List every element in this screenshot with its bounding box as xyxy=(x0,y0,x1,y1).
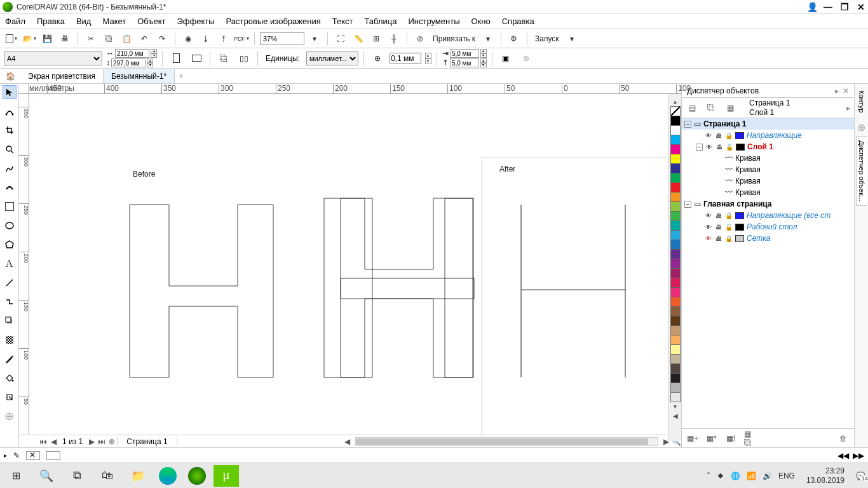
color-swatch[interactable] xyxy=(670,220,681,231)
color-swatch[interactable] xyxy=(670,230,681,240)
color-swatch[interactable] xyxy=(670,383,681,393)
zoom-dropdown[interactable]: ▾ xyxy=(307,31,322,46)
color-swatch[interactable] xyxy=(670,211,681,221)
menu-text[interactable]: Текст xyxy=(332,17,353,26)
interactive-fill-tool[interactable] xyxy=(3,371,17,385)
tree-curve-1[interactable]: 〰Кривая xyxy=(682,152,854,164)
tree-page-1[interactable]: − ▭ Страница 1 xyxy=(682,118,854,130)
crop-tool[interactable] xyxy=(3,123,17,137)
drop-shadow-tool[interactable] xyxy=(3,314,17,328)
smart-fill-tool[interactable] xyxy=(3,390,17,404)
minimize-button[interactable]: — xyxy=(824,2,832,12)
portrait-button[interactable] xyxy=(168,51,184,66)
menu-window[interactable]: Окно xyxy=(471,17,490,26)
ellipse-tool[interactable] xyxy=(3,219,17,233)
new-master-all-button[interactable]: ▦! xyxy=(725,433,736,444)
import-button[interactable]: ⭳ xyxy=(198,31,214,46)
menu-table[interactable]: Таблица xyxy=(364,17,397,26)
page-height-input[interactable] xyxy=(111,58,146,67)
status-scroll-left[interactable]: ◀◀ xyxy=(837,451,849,460)
color-swatch[interactable] xyxy=(670,240,681,250)
lang-indicator[interactable]: ENG xyxy=(778,471,795,480)
menu-view[interactable]: Вид xyxy=(76,17,92,26)
docker-close-button[interactable]: ✕ xyxy=(843,86,849,95)
color-swatch[interactable] xyxy=(670,173,681,183)
color-swatch[interactable] xyxy=(670,316,681,326)
page-width-input[interactable] xyxy=(115,49,149,58)
tree-layer-1[interactable]: − 👁🖶🔓 Слой 1 xyxy=(682,141,854,152)
task-view-button[interactable]: ⧉ xyxy=(64,464,90,487)
search-button[interactable]: 🔍 xyxy=(33,464,60,487)
tab-welcome[interactable]: Экран приветствия xyxy=(20,69,104,83)
utorrent-button[interactable]: µ xyxy=(214,465,239,487)
undo-button[interactable]: ↶ xyxy=(137,31,152,46)
copy-button[interactable]: ⿻ xyxy=(101,31,116,46)
print-button[interactable]: 🖶 xyxy=(57,31,72,46)
tree-curve-3[interactable]: 〰Кривая xyxy=(682,175,854,187)
outline-swatch[interactable] xyxy=(46,451,60,460)
menu-tools[interactable]: Инструменты xyxy=(408,17,459,26)
show-grid-button[interactable]: ⊞ xyxy=(369,31,384,46)
start-button[interactable]: ⊞ xyxy=(3,464,29,487)
store-button[interactable]: 🛍 xyxy=(94,464,121,487)
export-button[interactable]: ⭱ xyxy=(216,31,231,46)
close-button[interactable]: ✕ xyxy=(857,2,865,12)
palette-flyout-button[interactable]: ◀ xyxy=(673,411,678,421)
status-scroll-right[interactable]: ▶▶ xyxy=(853,451,864,460)
color-swatch[interactable] xyxy=(670,354,681,364)
save-button[interactable]: 💾 xyxy=(39,31,55,46)
redo-button[interactable]: ↷ xyxy=(154,31,170,46)
parallel-dimension-tool[interactable] xyxy=(3,276,17,290)
search-content-button[interactable]: ◉ xyxy=(180,31,196,46)
shape-tool[interactable] xyxy=(3,104,17,118)
color-swatch[interactable] xyxy=(670,201,681,212)
color-swatch[interactable] xyxy=(670,392,681,402)
menu-effects[interactable]: Эффекты xyxy=(177,17,215,26)
snap-to-label[interactable]: Привязать к xyxy=(430,34,478,43)
page-tab[interactable]: Страница 1 xyxy=(117,437,177,446)
launch-dropdown[interactable]: ▾ xyxy=(564,31,580,46)
artistic-media-tool[interactable] xyxy=(3,180,17,194)
tab-add-button[interactable]: + xyxy=(175,72,187,81)
show-rulers-button[interactable]: 📏 xyxy=(351,31,366,46)
menu-layout[interactable]: Макет xyxy=(102,17,126,26)
network-icon[interactable]: 🌐 xyxy=(731,471,740,480)
canvas[interactable]: Before After xyxy=(29,94,681,435)
menu-bitmaps[interactable]: Растровые изображения xyxy=(226,17,321,26)
dup-x-input[interactable] xyxy=(450,49,479,58)
color-swatch[interactable] xyxy=(670,154,681,164)
color-swatch[interactable] xyxy=(670,163,681,173)
launch-label[interactable]: Запуск xyxy=(532,34,562,43)
color-swatch[interactable] xyxy=(670,335,681,345)
tree-master-page[interactable]: − ▭ Главная страница xyxy=(682,198,854,210)
menu-object[interactable]: Объект xyxy=(137,17,165,26)
prev-page-button[interactable]: ◀ xyxy=(48,437,58,446)
dropbox-icon[interactable]: ⯁ xyxy=(717,471,724,480)
treat-as-filled-button[interactable]: ▣ xyxy=(498,51,514,66)
transparency-tool[interactable] xyxy=(3,333,17,347)
next-page-button[interactable]: ▶ xyxy=(86,437,97,446)
polygon-tool[interactable] xyxy=(3,238,17,252)
color-swatch[interactable] xyxy=(670,192,681,202)
dup-y-input[interactable] xyxy=(450,58,479,67)
color-swatch[interactable] xyxy=(670,306,681,316)
rectangle-tool[interactable] xyxy=(3,200,17,214)
corel-button[interactable] xyxy=(188,467,206,485)
user-icon[interactable]: 👤 xyxy=(807,2,816,12)
layer-manager-view-button[interactable]: ▤ xyxy=(686,102,698,114)
landscape-button[interactable] xyxy=(188,51,205,66)
tray-expand-button[interactable]: ˄ xyxy=(707,471,710,480)
wifi-icon[interactable]: 📶 xyxy=(747,471,756,480)
delete-button[interactable]: 🗑 xyxy=(837,433,849,444)
add-preset-button[interactable]: ⊕ xyxy=(518,51,534,66)
color-swatch[interactable] xyxy=(670,278,681,288)
snap-dropdown[interactable]: ▾ xyxy=(480,31,496,46)
text-tool[interactable]: A xyxy=(3,257,17,271)
current-page-button[interactable]: ▯▯ xyxy=(236,51,252,66)
zoom-tool[interactable] xyxy=(3,142,17,156)
ruler-corner[interactable] xyxy=(19,84,29,94)
no-color-swatch[interactable] xyxy=(670,106,681,116)
layer-view-button[interactable]: ▦ xyxy=(724,102,736,114)
tree-desktop[interactable]: 👁🖶🔓 Рабочий стол xyxy=(682,221,854,233)
maximize-button[interactable]: ❐ xyxy=(840,2,849,12)
